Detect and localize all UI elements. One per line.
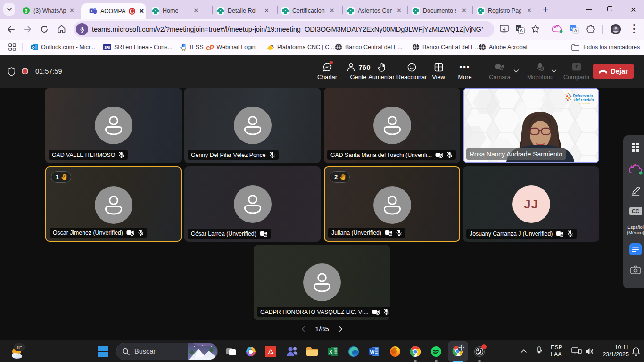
svg-text:A: A	[520, 28, 523, 33]
svg-text:W: W	[370, 349, 375, 354]
svg-text:ECUADOR: ECUADOR	[579, 103, 591, 105]
svg-text:SRI: SRI	[104, 45, 110, 49]
svg-text:del Pueblo: del Pueblo	[574, 98, 594, 102]
svg-text:X: X	[329, 349, 332, 354]
svg-text:A: A	[574, 28, 578, 33]
svg-text:Defensoría: Defensoría	[573, 94, 593, 98]
svg-text:O: O	[32, 45, 34, 49]
